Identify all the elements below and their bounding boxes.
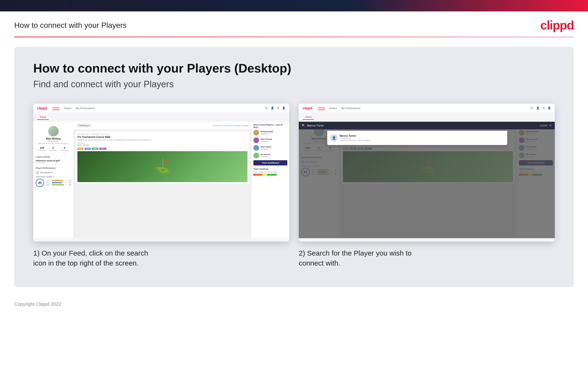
player-item-3-1: Hiral Pujara Activities: 3 [253, 145, 287, 151]
profile-name-1: Blair McHarg [36, 138, 70, 140]
user-icon-1[interactable]: 👤 [271, 107, 274, 110]
search-dropdown-2: 👤 Marcus Turner 1·5 Handicap Cypress Poi… [327, 131, 507, 145]
control-link-1[interactable]: Control who can see your activity and da… [212, 125, 248, 127]
footer: Copyright Clippd 2022 [0, 297, 588, 312]
top-bar [0, 0, 588, 11]
search-result-handicap-2: 1·5 Handicap [340, 137, 370, 139]
score-bars-1: OTT 79 APP 70 [46, 180, 71, 186]
nav-teams-1[interactable]: Teams [64, 107, 71, 110]
right-panel-1: Most Active Players - Last 30 days Richa… [251, 122, 289, 238]
active-players-title-1: Most Active Players - Last 30 days [253, 124, 287, 128]
page-title: How to connect with your Players [14, 21, 127, 30]
latest-activity-label-1: Latest Activity [36, 156, 71, 158]
score-circle-1: 84 [36, 179, 44, 187]
golf-image-1: ⛳ [77, 151, 247, 182]
quality-label-1: Total Player Quality ⓘ [36, 175, 71, 178]
duration-1: 02 hr : 00 min [77, 144, 247, 146]
team-dashboard-btn-1[interactable]: Team Dashboard [253, 160, 287, 166]
search-result-info-2: Marcus Turner 1·5 Handicap Cypress Point… [340, 135, 370, 141]
search-result-item-2[interactable]: 👤 Marcus Turner 1·5 Handicap Cypress Poi… [329, 133, 505, 143]
settings-icon-1[interactable]: ⚙ [277, 107, 279, 110]
app-logo-2: clippd [303, 106, 312, 110]
stat-followers-1: 3 Followers [49, 147, 57, 151]
main-heading: How to connect with your Players (Deskto… [33, 61, 555, 75]
profile-club-1: Mill Ride Golf Club, United Kingdom [36, 142, 70, 145]
heatmap-trend-1: Player Quality · 20 Round Trend [253, 171, 287, 173]
following-bar-1: Following ▾ Control who can see your act… [74, 122, 251, 129]
activity-meta-1: Richard Butler · Yesterday · The Grove [77, 133, 247, 135]
profile-role-1: Golf Coach [36, 140, 70, 142]
caption-2: 2) Search for the Player you wish toconn… [299, 248, 555, 268]
copyright: Copyright Clippd 2022 [14, 302, 61, 307]
app-nav-2: clippd Home Teams My Performance 🔍 👤 ⚙ 👤 [299, 104, 555, 113]
nav-home-2[interactable]: Home [318, 106, 325, 110]
screenshot-col-2: clippd Home Teams My Performance 🔍 👤 ⚙ 👤… [299, 104, 555, 268]
player-item-1-1: Richard Butler Activities: 7 [253, 130, 287, 136]
caption-1: 1) On your Feed, click on the searchicon… [33, 248, 289, 268]
activity-card-1: Richard Butler · Yesterday · The Grove P… [76, 131, 249, 184]
following-btn-1[interactable]: Following ▾ [77, 124, 92, 128]
nav-teams-2[interactable]: Teams [329, 107, 337, 110]
tag-ott-1: OTT [77, 148, 84, 150]
nav-icons-2: 🔍 👤 ⚙ 👤 [530, 107, 551, 110]
header: How to connect with your Players clippd [0, 11, 588, 37]
settings-icon-2[interactable]: ⚙ [542, 107, 545, 110]
search-result-avatar-2: 👤 [330, 134, 338, 142]
stat-activities-1: 129 Activities [38, 147, 46, 151]
latest-activity-date-1: 27 Jul 2022 [36, 162, 71, 164]
screenshot-frame-2: clippd Home Teams My Performance 🔍 👤 ⚙ 👤… [299, 104, 555, 241]
app-body-2: Blair McHarg Golf Coach Mill Ride Golf C… [299, 122, 555, 238]
activity-desc-1: Walking the course with my coach to buil… [77, 139, 247, 141]
feed-tab-2[interactable]: Feed [303, 115, 314, 120]
player-avatar-sm-1 [36, 171, 39, 175]
tag-putt-1: PUTT [99, 148, 106, 150]
app-nav-1: clippd Home Teams My Performance 🔍 👤 ⚙ 👤 [33, 104, 289, 113]
main-subheading: Find and connect with your Players [33, 79, 555, 89]
avatar-1 [48, 126, 59, 137]
player-perf-title-1: Player Performance [36, 167, 71, 169]
duration-label-1: Duration [77, 142, 247, 144]
nav-myperformance-1[interactable]: My Performance [76, 107, 95, 110]
app-ui-2: clippd Home Teams My Performance 🔍 👤 ⚙ 👤… [299, 104, 555, 241]
main-content: How to connect with your Players (Deskto… [14, 47, 574, 287]
player-dropdown-1[interactable]: Eli Vincent ▾ [36, 171, 71, 175]
search-icon-1[interactable]: 🔍 [264, 107, 268, 110]
screenshot-col-1: clippd Home Teams My Performance 🔍 👤 ⚙ 👤… [33, 104, 289, 268]
user-icon-2[interactable]: 👤 [536, 107, 540, 110]
nav-myperformance-2[interactable]: My Performance [341, 107, 360, 110]
heatmap-bars-1 [253, 174, 287, 176]
search-result-name-2: Marcus Turner [340, 135, 370, 137]
quality-score-1: 84 OTT 79 APP [36, 179, 71, 187]
dropdown-arrow-1[interactable]: ▾ [51, 171, 53, 174]
profile-stats-1: 129 Activities 3 Followers 4 [36, 147, 70, 151]
app-ui-1: clippd Home Teams My Performance 🔍 👤 ⚙ 👤… [33, 104, 289, 241]
screenshots-row: clippd Home Teams My Performance 🔍 👤 ⚙ 👤… [33, 104, 555, 268]
search-icon-2[interactable]: 🔍 [530, 107, 533, 110]
tag-arg-1: ARG [92, 148, 98, 150]
screenshot-frame-1: clippd Home Teams My Performance 🔍 👤 ⚙ 👤… [33, 104, 289, 241]
search-result-club-2: Cypress Point Club, United Kingdom [340, 139, 370, 141]
mid-panel-1: Following ▾ Control who can see your act… [74, 122, 251, 238]
tag-app-1: APP [85, 148, 91, 150]
close-btn-2[interactable]: ✕ [549, 124, 552, 128]
activity-tags-1: OTT APP ARG PUTT [77, 148, 247, 150]
heatmap-title-1: Team Heatmap [253, 168, 287, 170]
nav-icons-1: 🔍 👤 ⚙ 👤 [264, 107, 285, 110]
header-divider [14, 37, 574, 37]
app-body-1: Blair McHarg Golf Coach Mill Ride Golf C… [33, 122, 289, 238]
search-input-2[interactable] [307, 124, 538, 127]
left-panel-1: Blair McHarg Golf Coach Mill Ride Golf C… [33, 122, 74, 238]
profile-card-1: Blair McHarg Golf Coach Mill Ride Golf C… [36, 124, 71, 153]
feed-tab-1[interactable]: Feed [37, 115, 49, 120]
clear-btn-2[interactable]: CLEAR [540, 124, 547, 127]
nav-home-1[interactable]: Home [53, 106, 59, 110]
activity-title-1: Pre Tournament Course Walk [77, 136, 247, 138]
player-item-4-1: Eli Vincent Activities: 1 [253, 153, 287, 158]
player-item-2-1: Piers Parnell Activities: 4 [253, 138, 287, 143]
search-box-2: 🔍 CLEAR ✕ [299, 122, 555, 129]
search-icon-overlay: 🔍 [302, 124, 305, 127]
avatar-icon-2[interactable]: 👤 [548, 107, 551, 110]
latest-activity-name-1: Afternoon round of golf [36, 159, 71, 162]
logo: clippd [540, 18, 574, 32]
avatar-icon-1[interactable]: 👤 [282, 107, 285, 110]
